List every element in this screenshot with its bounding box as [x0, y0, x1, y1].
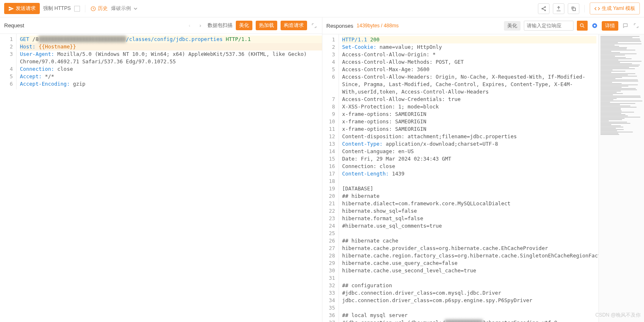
topbar: 发送请求 强制 HTTPS 历史 爆破示例 生成 Yaml 模板	[0, 0, 644, 17]
divider	[584, 5, 585, 12]
main: Request ‹ › 数据包扫描 美化 热加载 构造请求 123 456 GE…	[0, 17, 644, 322]
example-link[interactable]: 爆破示例	[111, 5, 138, 12]
response-search-input[interactable]	[524, 21, 574, 31]
export-button[interactable]	[553, 3, 564, 14]
details-button[interactable]: 详情	[602, 21, 618, 31]
search-icon	[579, 23, 585, 29]
expand-icon	[311, 23, 317, 29]
clock-icon	[90, 6, 96, 12]
copy-button[interactable]	[568, 3, 579, 14]
svg-point-3	[545, 10, 545, 10]
chrome-button[interactable]	[591, 22, 598, 29]
watermark: CSDN @晚风不及你	[595, 312, 641, 319]
packet-scan-label[interactable]: 数据包扫描	[208, 22, 232, 29]
yaml-template-button[interactable]: 生成 Yaml 模板	[590, 2, 640, 14]
share-icon	[541, 6, 547, 12]
history-link[interactable]: 历史	[90, 5, 108, 12]
send-icon	[8, 6, 14, 12]
svg-point-2	[542, 8, 542, 9]
request-gutter: 123 456	[0, 34, 17, 89]
force-https-checkbox[interactable]	[74, 6, 80, 12]
response-header: Responses 1439bytes / 488ms 美化 详情	[322, 17, 644, 34]
request-header: Request ‹ › 数据包扫描 美化 热加载 构造请求	[0, 17, 322, 34]
svg-point-7	[594, 25, 596, 27]
code-icon	[594, 6, 600, 12]
response-gutter: 123456 789101112131415161718192021222324…	[322, 34, 339, 322]
chrome-icon	[592, 23, 598, 29]
chevron-down-icon	[133, 6, 138, 12]
comment-button[interactable]	[622, 22, 629, 29]
request-editor[interactable]: 123 456 GET /8██████████████████████████…	[0, 34, 322, 322]
nav-prev-button[interactable]: ‹	[186, 22, 194, 29]
request-code[interactable]: GET /8████████████████████████████/class…	[17, 34, 322, 89]
expand-response-button[interactable]	[632, 22, 640, 29]
svg-rect-4	[573, 8, 575, 10]
svg-point-1	[545, 6, 545, 7]
upload-icon	[556, 6, 562, 12]
expand-button[interactable]	[310, 22, 318, 29]
send-label: 发送请求	[16, 5, 36, 12]
response-pane: Responses 1439bytes / 488ms 美化 详情 123456…	[322, 17, 644, 322]
response-editor[interactable]: 123456 789101112131415161718192021222324…	[322, 34, 644, 322]
copy-icon	[571, 6, 576, 12]
response-minimap[interactable]	[598, 34, 644, 322]
force-https-label: 强制 HTTPS	[43, 5, 71, 12]
request-title: Request	[4, 22, 24, 29]
construct-button[interactable]: 构造请求	[281, 21, 307, 30]
comment-icon	[622, 23, 628, 29]
response-title: Responses	[327, 23, 353, 29]
beautify-button[interactable]: 美化	[236, 21, 252, 30]
nav-next-button[interactable]: ›	[197, 22, 204, 29]
response-search-button[interactable]	[577, 21, 588, 31]
divider	[85, 5, 85, 12]
svg-point-5	[580, 24, 583, 26]
expand-icon	[633, 23, 639, 29]
hotload-button[interactable]: 热加载	[256, 21, 277, 30]
send-request-button[interactable]: 发送请求	[4, 3, 40, 14]
share-button[interactable]	[538, 3, 550, 14]
response-bytes-time: 1439bytes / 488ms	[357, 23, 399, 29]
request-pane: Request ‹ › 数据包扫描 美化 热加载 构造请求 123 456 GE…	[0, 17, 322, 322]
beautify-response-button[interactable]: 美化	[504, 21, 521, 31]
